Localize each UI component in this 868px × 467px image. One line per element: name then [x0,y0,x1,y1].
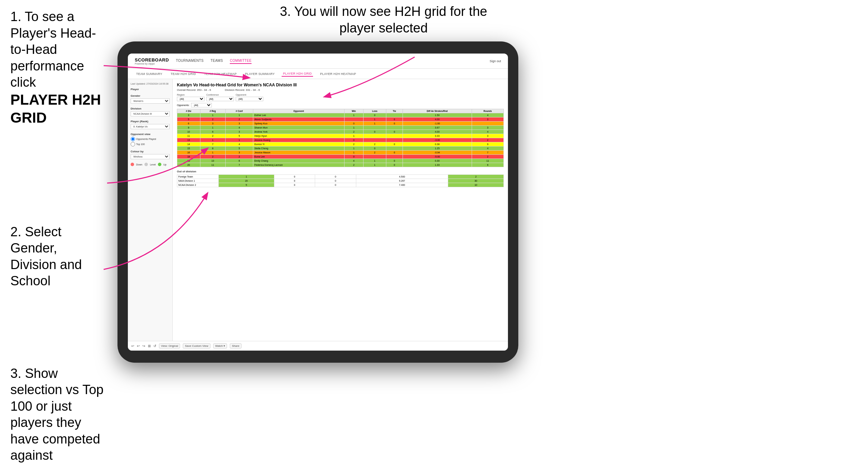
grid-records: Overall Record: 353 - 34 - 6 Division Re… [177,88,504,92]
ood-diff: 9.267 [356,179,448,183]
cell-reg: 11 [200,163,225,167]
cell-loss [364,134,386,138]
cell-tie: 0 [386,151,403,155]
cell-reg: 6 [200,130,225,134]
opponents-select[interactable]: (All) [191,103,212,107]
cell-rounds: 3 [472,134,503,138]
division-record: Division Record: 331 - 34 - 6 [225,88,260,92]
undo2-icon[interactable]: ↩ [137,344,140,348]
gender-select[interactable]: Women's [131,98,170,104]
table-row: 14 7 4 Eunice Yi 2 2 0 0.38 9 [177,142,504,146]
sign-out[interactable]: Sign out [490,59,501,63]
colour-select[interactable]: Win/loss [131,154,170,159]
sub-nav-player-heatmap[interactable]: PLAYER H2H HEATMAP [319,72,357,76]
cell-tie [386,134,403,138]
col-loss: Loss [364,109,386,113]
cell-tie [386,138,403,142]
cell-div: 6 [177,122,200,126]
cell-tie [386,126,403,130]
radio-top100[interactable]: Top 100 [131,142,170,146]
table-row: 16 1 3 Jessica Mason 1 2 0 -0.94 7 [177,151,504,155]
cell-tie [386,113,403,117]
cell-div: 18 [177,155,200,159]
player-rank-select[interactable]: 8. Katelyn Vo [131,124,170,129]
cell-loss: 0 [364,146,386,151]
ood-loss: 0 [274,183,315,187]
ood-label: NCAA Division 2 [177,183,219,187]
cell-diff: -5.00 [403,155,472,159]
cell-win: 1 [344,146,364,151]
ood-win: 15 [219,179,274,183]
cell-rounds [472,122,503,126]
save-custom-btn[interactable]: Save Custom View [183,343,210,349]
cell-win: 0 [344,155,364,159]
instruction-step2: 2. Select Gender, Division and School [10,224,104,289]
cell-diff: -1.00 [403,122,472,126]
out-of-division-header: Out of division [177,170,504,173]
nav-committee[interactable]: COMMITTEE [230,58,252,64]
cell-reg: 2 [200,134,225,138]
col-reg: # Reg [200,109,225,113]
cell-conf: 1 [225,113,253,117]
watch-btn[interactable]: Watch ▾ [213,343,227,349]
cell-conf: 3 [225,130,253,134]
cell-win: 0 [344,138,364,142]
redo-icon[interactable]: ↪ [142,344,145,348]
cell-reg: 2 [200,117,225,122]
legend-down-dot [131,163,134,166]
ood-win: 5 [219,183,274,187]
division-select[interactable]: NCAA Division III [131,111,170,116]
nav-teams[interactable]: TEAMS [210,58,223,64]
sub-nav-player-h2h[interactable]: PLAYER H2H GRID [282,71,313,77]
region-filter[interactable]: (All) [177,97,205,101]
cell-diff: 0.38 [403,142,472,146]
cell-reg: 7 [200,142,225,146]
colour-label: Colour by [131,150,170,153]
division-label: Division [131,107,170,110]
cell-loss: 1 [364,122,386,126]
view-original-btn[interactable]: View: Original [159,343,180,349]
conference-filter[interactable]: (All) [206,97,234,101]
overall-record: Overall Record: 353 - 34 - 6 [177,88,211,92]
sub-nav-player-summary[interactable]: PLAYER SUMMARY [244,72,276,76]
ood-table-row: NAIA Division 1 15 0 0 9.267 30 [177,179,504,183]
tablet-frame: SCOREBOARD Powered by clippd TOURNAMENTS… [117,41,518,363]
player-rank-label: Player (Rank) [131,120,170,123]
cell-conf: 7 [225,163,253,167]
cell-win: 1 [344,151,364,155]
main-content: Last Updated: 27/03/2024 16:55:38 Player… [128,79,508,341]
undo-icon[interactable]: ↩ [131,344,134,348]
opponent-filter[interactable]: (All) [236,97,263,101]
table-row: 5 2 2 Alexis Sudjianto 1 0 4.00 3 [177,117,504,122]
radio-opponents-played[interactable]: Opponents Played [131,137,170,141]
cell-loss: 0 [364,113,386,117]
cell-opponent: Alexis Sudjianto [253,117,344,122]
col-diff: Diff Av Strokes/Rnd [403,109,472,113]
ood-label: NAIA Division 1 [177,179,219,183]
cell-div: 3 [177,113,200,117]
cell-rounds: 7 [472,151,503,155]
cell-conf: 5 [225,134,253,138]
share-btn[interactable]: Share [230,343,241,349]
sub-nav-team-summary[interactable]: TEAM SUMMARY [135,72,164,76]
app-header: SCOREBOARD Powered by clippd TOURNAMENTS… [128,54,508,69]
cell-rounds: 6 [472,163,503,167]
radio-group: Opponents Played Top 100 [131,137,170,146]
cell-win: 1 [344,134,364,138]
ood-tie: 0 [315,175,356,179]
cell-conf: 4 [225,126,253,130]
cell-loss: 1 [364,163,386,167]
sub-nav-team-heatmap[interactable]: TEAM H2H HEATMAP [203,72,238,76]
sub-nav-team-h2h[interactable]: TEAM H2H GRID [169,72,197,76]
legend-level-dot [144,163,148,166]
cell-tie [386,155,403,159]
gender-label: Gender [131,94,170,97]
ood-win: 1 [219,175,274,179]
grid-icon[interactable]: ⊞ [148,344,151,348]
refresh-icon[interactable]: ↺ [153,344,156,348]
nav-tournaments[interactable]: TOURNAMENTS [176,58,204,64]
logo-area: SCOREBOARD Powered by clippd [135,57,169,65]
cell-div: 15 [177,146,200,151]
cell-win [344,117,364,122]
col-div: # Div [177,109,200,113]
